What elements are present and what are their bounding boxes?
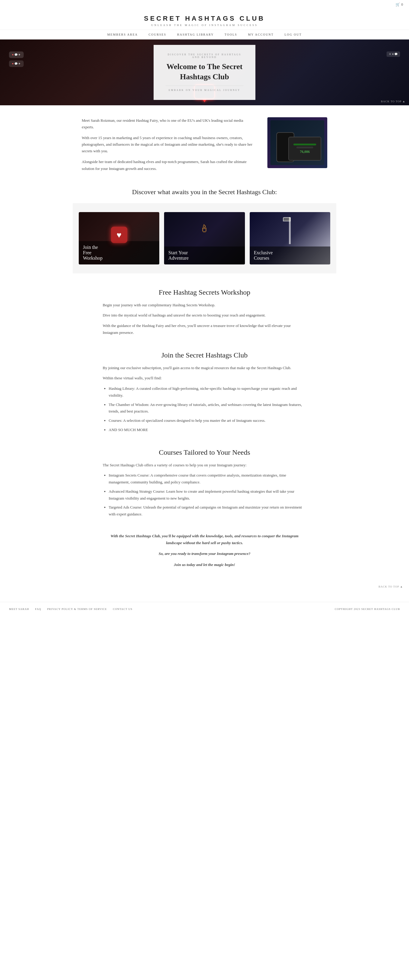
workshop-heading: Free Hashtag Secrets Workshop <box>103 288 306 296</box>
nav-my-account[interactable]: MY ACCOUNT <box>248 33 274 36</box>
nav-hashtag-library[interactable]: HASHTAG LIBRARY <box>177 33 214 36</box>
footer: MEET SARAH FAQ PRIVACY POLICY & TERMS OF… <box>0 602 409 616</box>
hero-section: ♥ 💬 ✈ ♥ 💬 ✈ ✈ ♥ 💬 DISCOVER THE SECRETS O… <box>0 40 409 105</box>
nav-tools[interactable]: TOOLS <box>225 33 237 36</box>
join-list-item-2: The Chamber of Wisdom: An ever-growing l… <box>109 401 306 415</box>
back-to-top-pre-footer[interactable]: BACK TO TOP ▲ <box>0 583 409 590</box>
closing-para-3: Join us today and let the magic begin! <box>103 562 306 568</box>
workshop-para-3: With the guidance of the Hashtag Fairy a… <box>103 323 306 336</box>
join-list-item-3: Courses: A selection of specialized cour… <box>109 417 306 424</box>
join-list-item-4: AND SO MUCH MORE <box>109 426 306 433</box>
card-3-label: Exclusive Courses <box>250 247 330 264</box>
courses-heading: Courses Tailored to Your Needs <box>103 449 306 457</box>
lamppost-figure <box>289 217 291 244</box>
card-courses[interactable]: Exclusive Courses <box>250 212 330 264</box>
workshop-para-1: Begin your journey with our complimentar… <box>103 302 306 309</box>
courses-list-item-1: Instagram Secrets Course: A comprehensiv… <box>109 472 306 486</box>
workshop-section: Free Hashtag Secrets Workshop Begin your… <box>91 288 318 336</box>
courses-section: Courses Tailored to Your Needs The Secre… <box>91 449 318 518</box>
about-image: 76,086 <box>267 117 327 168</box>
about-para-2: With over 15 years in marketing and 5 ye… <box>82 135 256 154</box>
heart-neon-icon: ♥ <box>111 227 127 243</box>
footer-links: MEET SARAH FAQ PRIVACY POLICY & TERMS OF… <box>9 608 133 611</box>
site-header: SECRET HASHTAGS CLUB UNLEASH THE MAGIC O… <box>0 9 409 30</box>
join-section: Join the Secret Hashtags Club By joining… <box>91 351 318 433</box>
cart-icon: 🛒 <box>396 2 400 7</box>
back-to-top-hero[interactable]: BACK TO TOP ▲ <box>381 100 406 103</box>
adventure-figure: 🕯 <box>199 223 209 235</box>
nav-courses[interactable]: COURSES <box>149 33 166 36</box>
about-para-1: Meet Sarah Roizman, our resident Hashtag… <box>82 117 256 130</box>
join-intro: By joining our exclusive subscription, y… <box>103 365 306 372</box>
card-workshop[interactable]: ♥ Join the Free Workshop <box>79 212 159 264</box>
footer-link-privacy[interactable]: PRIVACY POLICY & TERMS OF SERVICE <box>47 608 107 611</box>
closing-para-2: So, are you ready to transform your Inst… <box>103 550 306 557</box>
nav-members-area[interactable]: MEMBERS AREA <box>107 33 138 36</box>
discover-section: Discover what awaits you in the Secret H… <box>67 188 342 274</box>
courses-list: Instagram Secrets Course: A comprehensiv… <box>103 472 306 518</box>
closing-para-1: With the Secret Hashtags Club, you'll be… <box>103 533 306 547</box>
device-mockup: 76,086 <box>270 120 324 165</box>
join-subtext: Within these virtual walls, you'll find: <box>103 375 306 382</box>
courses-list-item-3: Targeted Ads Course: Unleash the potenti… <box>109 504 306 518</box>
workshop-para-2: Dive into the mystical world of hashtags… <box>103 312 306 319</box>
about-image-placeholder: 76,086 <box>267 117 327 168</box>
tablet-mockup: 76,086 <box>288 137 321 161</box>
join-list-item-1: Hashtag Library: A curated collection of… <box>109 385 306 399</box>
card-adventure[interactable]: 🕯 Start Your Adventure <box>164 212 244 264</box>
footer-link-faq[interactable]: FAQ <box>35 608 41 611</box>
footer-copyright: COPYRIGHT 2023 SECRET HASHTAGS CLUB <box>335 608 400 611</box>
card-2-label: Start Your Adventure <box>164 247 244 264</box>
join-list: Hashtag Library: A curated collection of… <box>103 385 306 433</box>
discover-heading: Discover what awaits you in the Secret H… <box>73 188 336 196</box>
card-1-label: Join the Free Workshop <box>79 241 159 264</box>
footer-link-meet-sarah[interactable]: MEET SARAH <box>9 608 29 611</box>
nav-log-out[interactable]: LOG OUT <box>284 33 302 36</box>
cards-grid: ♥ Join the Free Workshop 🕯 Start Your Ad… <box>79 212 330 264</box>
hero-pre-label: DISCOVER THE SECRETS OF HASHTAGS AND BEY… <box>166 53 243 59</box>
about-para-3: Alongside her team of dedicated hashtag … <box>82 159 256 172</box>
hero-content-box: DISCOVER THE SECRETS OF HASHTAGS AND BEY… <box>153 45 256 100</box>
hero-title: Welcome to The Secret Hashtags Club <box>166 62 243 82</box>
closing-section: With the Secret Hashtags Club, you'll be… <box>91 533 318 568</box>
hero-cta[interactable]: EMBARK ON YOUR MAGICAL JOURNEY <box>166 86 243 92</box>
courses-list-item-2: Advanced Hashtag Strategy Course: Learn … <box>109 488 306 502</box>
join-heading: Join the Secret Hashtags Club <box>103 351 306 359</box>
cards-container: ♥ Join the Free Workshop 🕯 Start Your Ad… <box>73 203 336 274</box>
top-bar: 🛒 0 <box>0 0 409 9</box>
about-text: Meet Sarah Roizman, our resident Hashtag… <box>82 117 256 176</box>
cart-count: 0 <box>401 2 403 7</box>
footer-link-contact[interactable]: CONTACT US <box>113 608 133 611</box>
about-section: Meet Sarah Roizman, our resident Hashtag… <box>70 117 339 176</box>
cart-area[interactable]: 🛒 0 <box>396 2 403 7</box>
site-tagline: UNLEASH THE MAGIC OF INSTAGRAM SUCCESS <box>6 24 403 27</box>
courses-intro: The Secret Hashtags Club offers a variet… <box>103 462 306 469</box>
main-nav: MEMBERS AREA COURSES HASHTAG LIBRARY TOO… <box>0 30 409 40</box>
site-title: SECRET HASHTAGS CLUB <box>6 15 403 22</box>
